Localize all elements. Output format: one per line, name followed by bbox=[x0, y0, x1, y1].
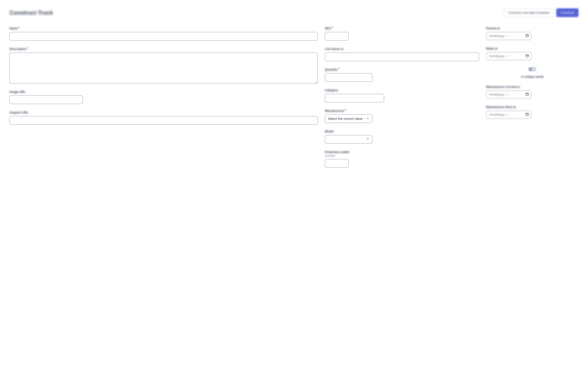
form-column-1: Name ● Description ● Image URL Support U… bbox=[10, 27, 318, 125]
sku-input[interactable] bbox=[325, 32, 349, 41]
required-indicator: ● bbox=[18, 26, 20, 28]
model-select[interactable] bbox=[325, 135, 372, 144]
image-url-input[interactable] bbox=[10, 96, 83, 104]
line-items-label: Line Items In bbox=[325, 47, 479, 51]
secondary-action-button[interactable]: Construct new wide Container bbox=[504, 8, 554, 17]
category-field: Category bbox=[325, 88, 479, 102]
form-column-3: Posted at Made at is unique serial bbox=[486, 27, 579, 119]
manufacturer-select[interactable]: Select the correct value bbox=[325, 115, 372, 123]
maintenance-carried-field: Maintenance Carried in bbox=[486, 85, 579, 99]
image-url-field: Image URL bbox=[10, 90, 318, 104]
header-actions: Construct new wide Container Construct bbox=[504, 8, 578, 17]
form-column-2: SKU ● Line Items In Quantity ● Category … bbox=[325, 27, 479, 168]
description-label: Description bbox=[10, 47, 27, 51]
manufacturer-label: Manufacturer bbox=[325, 109, 344, 113]
required-indicator: ● bbox=[27, 47, 28, 49]
maintenance-carried-input[interactable] bbox=[486, 91, 531, 99]
quantity-label: Quantity bbox=[325, 68, 337, 71]
model-label: Model bbox=[325, 130, 479, 133]
maintenance-next-label: Maintenance Next at bbox=[486, 105, 579, 109]
support-url-input[interactable] bbox=[10, 116, 318, 125]
made-at-input[interactable] bbox=[486, 52, 531, 60]
category-label: Category bbox=[325, 88, 479, 92]
name-input[interactable] bbox=[10, 32, 318, 41]
sku-field: SKU ● bbox=[325, 27, 479, 41]
unique-serial-toggle[interactable] bbox=[528, 67, 537, 72]
maintenance-carried-label: Maintenance Carried in bbox=[486, 85, 579, 89]
manufacturer-field: Manufacturer ● Select the correct value bbox=[325, 109, 479, 123]
name-label: Name bbox=[10, 27, 18, 30]
quantity-field: Quantity ● bbox=[325, 68, 479, 82]
primary-action-button[interactable]: Construct bbox=[556, 8, 578, 17]
required-indicator: ● bbox=[345, 108, 346, 111]
posted-at-input[interactable] bbox=[486, 32, 531, 40]
quantity-input[interactable] bbox=[325, 73, 372, 82]
line-items-field: Line Items In bbox=[325, 47, 479, 61]
name-field: Name ● bbox=[10, 27, 318, 41]
page-title: Construct Truck bbox=[10, 10, 53, 16]
predicted-usable-sublabel: (months) bbox=[325, 154, 479, 157]
made-at-label: Made at bbox=[486, 47, 579, 50]
category-input[interactable] bbox=[325, 94, 384, 102]
sku-label: SKU bbox=[325, 27, 331, 30]
predicted-usable-input[interactable] bbox=[325, 159, 349, 168]
required-indicator: ● bbox=[338, 67, 339, 70]
model-field: Model bbox=[325, 130, 479, 144]
posted-at-field: Posted at bbox=[486, 27, 579, 40]
page-header: Construct Truck Construct new wide Conta… bbox=[10, 8, 578, 17]
image-url-label: Image URL bbox=[10, 90, 318, 94]
toggle-knob bbox=[529, 67, 532, 71]
maintenance-next-input[interactable] bbox=[486, 111, 531, 119]
required-indicator: ● bbox=[332, 26, 333, 28]
predicted-usable-field: Predicted usable (months) bbox=[325, 150, 479, 168]
support-url-field: Support URL bbox=[10, 111, 318, 125]
unique-serial-field: is unique serial bbox=[486, 67, 579, 78]
unique-serial-label: is unique serial bbox=[521, 75, 544, 78]
made-at-field: Made at bbox=[486, 47, 579, 60]
predicted-usable-label: Predicted usable bbox=[325, 150, 479, 154]
description-textarea[interactable] bbox=[10, 53, 318, 83]
form-grid: Name ● Description ● Image URL Support U… bbox=[10, 27, 578, 168]
maintenance-next-field: Maintenance Next at bbox=[486, 105, 579, 119]
description-field: Description ● bbox=[10, 47, 318, 83]
support-url-label: Support URL bbox=[10, 111, 318, 114]
posted-at-label: Posted at bbox=[486, 27, 579, 30]
line-items-input[interactable] bbox=[325, 53, 479, 61]
